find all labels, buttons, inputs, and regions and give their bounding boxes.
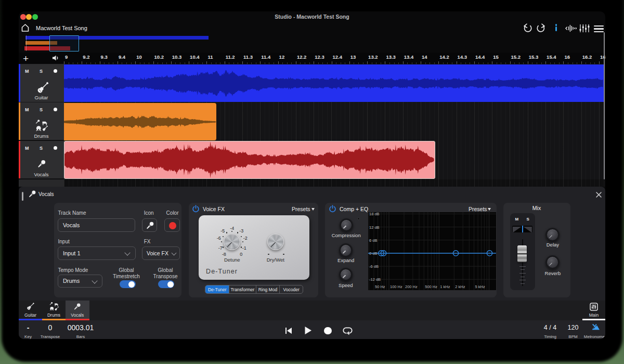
svg-text:12 dB: 12 dB xyxy=(369,225,380,230)
svg-text:200 Hz: 200 Hz xyxy=(405,284,418,289)
svg-text:-12 dB: -12 dB xyxy=(369,277,381,282)
svg-text:0 dB: 0 dB xyxy=(369,251,377,256)
svg-text:6 dB: 6 dB xyxy=(369,238,377,243)
svg-text:1 kHz: 1 kHz xyxy=(440,284,450,289)
svg-text:18 dB: 18 dB xyxy=(369,212,380,216)
svg-text:2 kHz: 2 kHz xyxy=(455,284,465,289)
svg-text:500 Hz: 500 Hz xyxy=(425,284,437,289)
svg-text:100 Hz: 100 Hz xyxy=(390,284,402,289)
svg-text:5 kHz: 5 kHz xyxy=(475,284,485,289)
svg-text:50 Hz: 50 Hz xyxy=(375,284,385,289)
svg-text:-6 dB: -6 dB xyxy=(369,264,379,269)
